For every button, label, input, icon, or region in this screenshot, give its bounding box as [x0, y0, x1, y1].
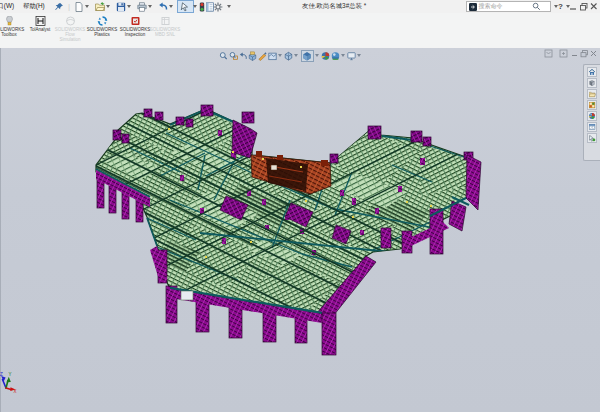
svg-text:Y: Y: [9, 372, 12, 377]
svg-text:Z: Z: [0, 372, 3, 377]
svg-text:X: X: [14, 389, 17, 394]
